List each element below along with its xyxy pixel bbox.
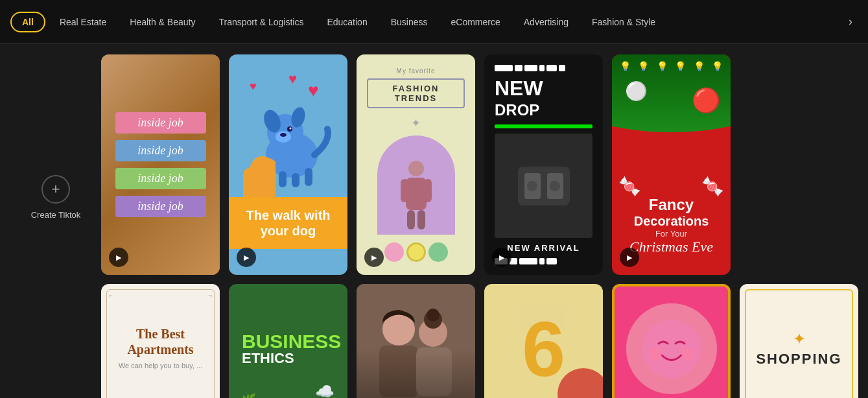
new-drop-content: NEW DROP NEW ARRIVAL <box>484 54 603 275</box>
svg-point-15 <box>408 161 424 176</box>
play-button-inside-job[interactable]: ▶ <box>109 248 128 267</box>
nav-item-ecommerce[interactable]: eCommerce <box>442 12 510 32</box>
nd-bar <box>524 65 537 71</box>
nd-bar <box>546 65 557 71</box>
plant-icon: 🌿 <box>242 393 256 398</box>
nd-bar-bottom <box>519 258 537 264</box>
xmas-fancy-text: Fancy <box>622 196 720 214</box>
ij-label-4: inside job <box>115 196 206 217</box>
nd-bar-bottom <box>546 258 557 264</box>
fashion-title-box: FASHION TRENDS <box>367 78 465 108</box>
xmas-for-text: For Your <box>622 229 720 239</box>
svg-rect-19 <box>407 210 415 229</box>
play-button-fashion[interactable]: ▶ <box>364 248 384 267</box>
business-ethics-card[interactable]: BUSINESS ETHICS ☁️ 🌿 <box>229 284 347 398</box>
people-overlay <box>357 284 475 398</box>
nd-bar <box>515 65 522 71</box>
inside-job-labels: inside job inside job inside job inside … <box>115 112 206 217</box>
svg-rect-13 <box>292 173 299 187</box>
dog-walk-title: The walk with your dog <box>235 207 341 239</box>
candy-cane-left: 🍬 <box>618 176 641 197</box>
nd-drop-subtitle: DROP <box>495 101 592 119</box>
xmas-decorations-text: Decorations <box>622 214 720 229</box>
ring-pink <box>384 242 404 262</box>
apartments-border <box>106 289 215 398</box>
apt-corner-tr: ¬ <box>208 292 212 299</box>
play-button-new-drop[interactable]: ▶ <box>492 248 511 267</box>
pink-face-card[interactable] <box>612 284 731 398</box>
svg-point-25 <box>550 181 560 191</box>
inside-job-card[interactable]: inside job inside job inside job inside … <box>101 54 220 275</box>
svg-text:♥: ♥ <box>308 80 319 100</box>
shopping-border <box>745 289 853 398</box>
cards-area: inside job inside job inside job inside … <box>101 54 858 398</box>
plus-icon: + <box>41 175 70 204</box>
ring-green <box>428 242 448 262</box>
play-button-christmas[interactable]: ▶ <box>620 248 639 267</box>
create-tiktok-label: Create Tiktok <box>31 210 81 220</box>
nav-item-education[interactable]: Education <box>318 12 376 32</box>
nav-item-fashion-style[interactable]: Fashion & Style <box>583 12 664 32</box>
top-navigation: All Real Estate Health & Beauty Transpor… <box>0 0 868 44</box>
business-ethics-subtitle: ETHICS <box>242 351 294 366</box>
xmas-silver-ornament: ⚪ <box>625 80 648 102</box>
nd-bar-bottom <box>539 258 545 264</box>
nd-bars-top <box>495 65 592 71</box>
new-drop-card[interactable]: NEW DROP NEW ARRIVAL <box>484 54 603 275</box>
nav-item-transport-logistics[interactable]: Transport & Logistics <box>209 12 312 32</box>
svg-rect-20 <box>417 210 425 229</box>
fashion-title: FASHION TRENDS <box>376 84 456 103</box>
ij-label-3: inside job <box>115 168 206 189</box>
nd-bar <box>539 65 545 71</box>
nd-image <box>495 134 592 238</box>
svg-text:♥: ♥ <box>250 80 257 93</box>
nav-item-advertising[interactable]: Advertising <box>515 12 578 32</box>
xmas-ornament-icon: 🔴 <box>692 87 721 114</box>
fashion-arch-inner <box>377 150 455 235</box>
svg-point-8 <box>280 133 287 137</box>
xmas-lights: 💡 💡 💡 💡 💡 💡 <box>618 61 724 71</box>
ij-label-1: inside job <box>115 112 206 134</box>
svg-rect-17 <box>401 179 408 202</box>
apt-corner-tl: ⌐ <box>109 292 113 299</box>
six-card[interactable]: 6 <box>484 284 603 398</box>
pink-card-border <box>612 284 731 398</box>
apartments-card[interactable]: ⌐ ¬ L 」 The Best Apartments We can help … <box>101 284 220 398</box>
nav-item-real-estate[interactable]: Real Estate <box>51 12 115 32</box>
fashion-trends-card[interactable]: My favorite FASHION TRENDS ✦ <box>357 54 475 275</box>
nav-item-health-beauty[interactable]: Health & Beauty <box>121 12 204 32</box>
svg-rect-12 <box>279 171 287 187</box>
svg-point-24 <box>527 181 537 191</box>
xmas-text-block: Fancy Decorations For Your Christmas Eve <box>612 196 731 255</box>
svg-text:♥: ♥ <box>288 71 297 87</box>
nav-chevron-right-icon[interactable]: › <box>843 12 858 31</box>
play-button-dog-walk[interactable]: ▶ <box>237 248 256 267</box>
nd-new-title: NEW <box>495 78 592 99</box>
fashion-inner: My favorite FASHION TRENDS ✦ <box>357 54 475 275</box>
svg-rect-16 <box>406 178 427 210</box>
ij-label-2: inside job <box>115 140 206 161</box>
christmas-card[interactable]: 💡 💡 💡 💡 💡 💡 🔴 ⚪ Fancy Decorations For Yo… <box>612 54 731 275</box>
ring-yellow <box>406 242 426 262</box>
cloud-icon: ☁️ <box>315 382 334 398</box>
nav-all-button[interactable]: All <box>10 12 45 32</box>
dog-walk-card[interactable]: ♥ ♥ ♥ <box>229 54 347 275</box>
fashion-tag: My favorite <box>397 67 436 75</box>
svg-point-10 <box>289 128 291 130</box>
cards-row-2: ⌐ ¬ L 」 The Best Apartments We can help … <box>101 284 858 398</box>
nd-bar <box>495 65 513 71</box>
main-content: + Create Tiktok inside job inside job in… <box>0 44 868 398</box>
svg-rect-18 <box>424 179 432 202</box>
shopping-card[interactable]: ✦ SHOPPING <box>740 284 858 398</box>
sparkle-icon: ✦ <box>411 116 421 130</box>
fashion-rings <box>384 242 448 262</box>
nd-bar <box>559 65 565 71</box>
nav-item-business[interactable]: Business <box>382 12 437 32</box>
cards-row-1: inside job inside job inside job inside … <box>101 54 858 275</box>
business-ethics-title: BUSINESS <box>242 332 341 351</box>
dog-text-box: The walk with your dog <box>229 197 347 249</box>
people-meeting-card[interactable] <box>357 284 475 398</box>
svg-rect-14 <box>305 168 312 186</box>
create-tiktok-sidebar[interactable]: + Create Tiktok <box>10 54 101 340</box>
dog-card-content: ♥ ♥ ♥ <box>229 54 347 275</box>
